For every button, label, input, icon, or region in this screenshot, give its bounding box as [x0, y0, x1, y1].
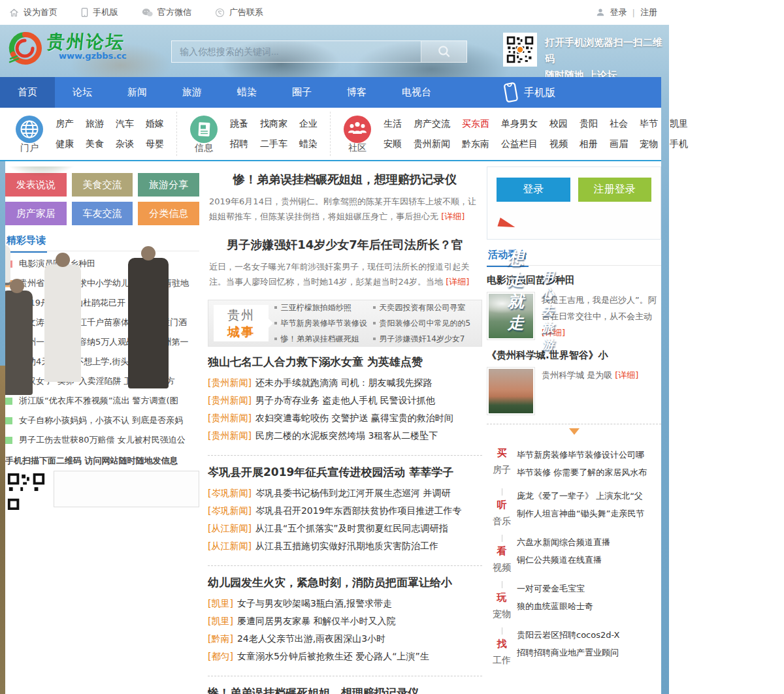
site-logo[interactable]: 贵州论坛 www.gzbbs.cc — [7, 30, 127, 67]
news-link[interactable]: [从江新闻]从江县五措施切实做好汛期地质灾害防治工作 — [208, 537, 482, 555]
category-link[interactable]: 母婴 — [146, 138, 164, 150]
digest-item[interactable]: 电影演员回苗乡种田 — [5, 254, 199, 274]
classified-button[interactable]: 分类信息 — [138, 202, 199, 225]
digest-item[interactable]: 浙江版“优衣库不雅视频”流出 警方调查(图 — [5, 391, 199, 411]
city-link[interactable]: 三亚柠檬旅拍婚纱照 — [274, 302, 367, 313]
category-link[interactable]: 汽车 — [116, 118, 134, 130]
wechat-link[interactable]: 官方微信 — [142, 7, 191, 18]
category-link[interactable]: 安顺 — [384, 138, 402, 150]
nav-tv[interactable]: 电视台 — [384, 77, 449, 108]
category-link[interactable]: 招聘 — [230, 138, 248, 150]
category-link[interactable]: 贵州新闻 — [414, 138, 450, 150]
quick-link[interactable]: 六盘水新闻综合频道直播 — [517, 533, 661, 551]
category-link[interactable]: 手机 — [670, 138, 688, 150]
login-button[interactable]: 登录 — [497, 178, 570, 202]
news-link[interactable]: [贵州新闻]民房二楼的水泥板突然垮塌 3租客从二楼坠下 — [208, 427, 482, 445]
detail-link[interactable]: [详细] — [441, 212, 465, 221]
nav-blog[interactable]: 博客 — [329, 77, 384, 108]
category-link[interactable]: 毕节 — [640, 118, 658, 130]
nav-forum[interactable]: 论坛 — [55, 77, 110, 108]
city-link[interactable]: 毕节新房装修毕节装修设 — [274, 318, 367, 329]
category-link[interactable]: 贵阳 — [580, 118, 598, 130]
travel-share-button[interactable]: 旅游分享 — [138, 173, 199, 197]
mobile-version-link[interactable]: 手机版 — [81, 7, 118, 18]
news-link[interactable]: [贵州新闻]男子办寄存业务 盗走他人手机 民警设计抓他 — [208, 392, 482, 409]
digest-item[interactable]: 已劝4天！萌娃不想上学,街头狂耍赖 — [5, 352, 199, 371]
news-link[interactable]: [岑巩新闻]岑巩县召开2019年东西部扶贫协作项目推进工作专 — [208, 502, 482, 520]
section-title[interactable]: 惨！弟弟误挂档碾死姐姐，想理赔扔记录仪 — [208, 686, 482, 694]
quick-link[interactable]: 制作人坦言神曲“锄头舞”走亲民节 — [517, 505, 661, 522]
news-link[interactable]: [凯里]屡遭同居男友家暴 和解仅半小时又入院 — [208, 612, 482, 630]
quick-link[interactable]: 庞龙《爱了一辈子》 上演东北“父 — [517, 487, 661, 505]
news-link[interactable]: [都匀]女童溺水5分钟后被抢救生还 爱心路人“上演”生 — [208, 648, 482, 665]
category-link[interactable]: 二手车 — [260, 138, 287, 150]
category-link[interactable]: 旅游 — [86, 118, 104, 130]
category-link[interactable]: 相册 — [580, 138, 598, 150]
digest-item[interactable]: 武汉女子“卖卵”入卖淫陷阱 卫计委和警方 — [5, 371, 199, 391]
city-link[interactable]: 贵阳装修公司中常见的的5 — [373, 318, 471, 329]
quick-link[interactable]: 一对可爱金毛宝宝 — [517, 580, 661, 597]
section-title[interactable]: 幼儿园发生火灾，紧急时刻，消防员把面罩让给小 — [208, 575, 482, 590]
news-link[interactable]: [岑巩新闻]岑巩县委书记杨伟到龙江河开展生态巡河 并调研 — [208, 484, 482, 502]
category-link[interactable]: 跳蚤 — [230, 118, 248, 130]
category-link[interactable]: 宠物 — [640, 138, 658, 150]
register-link[interactable]: 注册 — [640, 7, 657, 18]
nav-batik[interactable]: 蜡染 — [220, 77, 274, 108]
category-link[interactable]: 公益栏目 — [501, 138, 538, 150]
article-title[interactable]: 男子涉嫌强奸14岁少女7年后任司法所长？官 — [208, 237, 482, 253]
category-link[interactable]: 凯里 — [670, 118, 688, 130]
city-link[interactable]: 男子涉嫌强奸14岁少女7 — [373, 334, 471, 345]
category-link[interactable]: 房产 — [56, 118, 74, 130]
category-link[interactable]: 视频 — [549, 138, 568, 150]
activity-item-title[interactable]: 《贵州科学城.世界智谷》小 — [487, 349, 661, 362]
article-title[interactable]: 惨！弟弟误挂档碾死姐姐，想理赔扔记录仪 — [208, 172, 482, 187]
category-link[interactable]: 找商家 — [260, 118, 287, 130]
category-link[interactable]: 蜡染 — [299, 138, 318, 150]
city-link[interactable]: 惨！弟弟误挂档碾死姐 — [274, 334, 367, 345]
nav-home[interactable]: 首页 — [0, 77, 55, 108]
category-link[interactable]: 房产交流 — [414, 118, 450, 130]
set-home-link[interactable]: 设为首页 — [9, 7, 57, 18]
category-link[interactable]: 生活 — [384, 118, 402, 130]
nav-news[interactable]: 新闻 — [110, 77, 165, 108]
quick-link[interactable]: 狼的血统蓝眼哈士奇 — [517, 597, 661, 615]
nav-circles[interactable]: 圈子 — [274, 77, 329, 108]
digest-item[interactable]: 女子自称小孩妈妈，小孩不认 到底是否亲妈 — [5, 411, 199, 430]
category-link[interactable]: 健康 — [56, 138, 74, 150]
quick-link[interactable]: 毕节新房装修毕节装修设计公司哪 — [517, 446, 661, 464]
car-forum-button[interactable]: 车友交流 — [72, 202, 133, 225]
news-link[interactable]: [贵州新闻]农妇突遭毒蛇咬伤 交警护送 赢得宝贵的救治时间 — [208, 409, 482, 427]
city-link[interactable]: 天奕园投资有限公司寻室 — [373, 302, 471, 313]
activity-thumbnail[interactable] — [487, 367, 535, 415]
news-link[interactable]: [从江新闻]从江县“五个抓落实”及时贯彻夏红民同志调研指 — [208, 520, 482, 537]
category-link[interactable]: 社会 — [610, 118, 628, 130]
category-link[interactable]: 企业 — [299, 118, 318, 130]
digest-item[interactable]: 2019丹寨龙泉山杜鹃花已开 — [5, 293, 199, 313]
category-link[interactable]: 单身男女 — [501, 118, 538, 130]
news-link[interactable]: [贵州新闻]还未办手续就跑滴滴 司机：朋友喊我先探路 — [208, 374, 482, 392]
quick-link[interactable]: 招聘招聘商业地产置业顾问 — [517, 644, 661, 661]
category-link[interactable]: 黔东南 — [462, 138, 489, 150]
register-button[interactable]: 注册登录 — [578, 178, 652, 202]
category-link[interactable]: 杂谈 — [116, 138, 134, 150]
ad-contact-link[interactable]: 广告联系 — [215, 7, 263, 18]
digest-item[interactable]: 窦文涛马家辉西江千户苗寨体验12道“拦门酒 — [5, 313, 199, 332]
detail-link[interactable]: [详细] — [446, 277, 469, 287]
category-link[interactable]: 校园 — [549, 118, 568, 130]
news-link[interactable]: [凯里]女子与男友吵架喝3瓶白酒,报警求带走 — [208, 595, 482, 612]
quick-link[interactable]: 毕节装修 你需要了解的家居风水布 — [517, 464, 661, 481]
detail-link[interactable]: [详细] — [615, 370, 638, 380]
quick-link[interactable]: 贵阳云岩区招聘cocos2d-X — [517, 626, 661, 644]
home-forum-button[interactable]: 房产家居 — [5, 202, 67, 225]
quick-link[interactable]: 铜仁公共频道在线直播 — [517, 551, 661, 569]
search-input[interactable] — [172, 41, 421, 62]
category-link[interactable]: 画眉 — [610, 138, 628, 150]
category-link[interactable]: 美食 — [86, 138, 104, 150]
digest-item[interactable]: 男子工伤去世获80万赔偿 女儿被村民强迫公 — [5, 430, 199, 450]
digest-item[interactable]: 贵州省教育厅要求中小学幼儿园保安要请驻地 — [5, 274, 199, 293]
section-title[interactable]: 岑巩县开展2019年征兵宣传进校园活动 莘莘学子 — [208, 465, 482, 480]
search-button[interactable] — [421, 41, 466, 62]
nav-mobile-version[interactable]: 手机版 — [491, 77, 568, 108]
category-link[interactable]: 婚嫁 — [146, 118, 164, 130]
section-title[interactable]: 独山七名工人合力救下溺水女童 为英雄点赞 — [208, 355, 482, 370]
